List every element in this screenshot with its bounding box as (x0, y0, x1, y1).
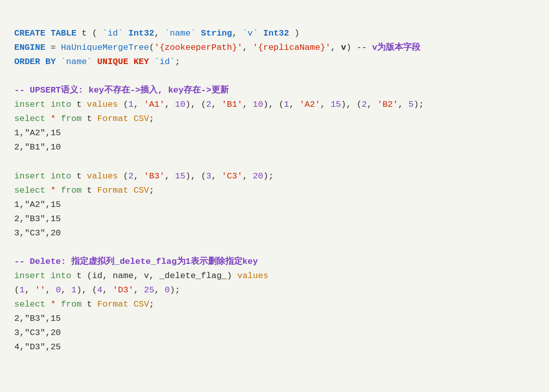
result-6: 2,"B3",15 (14, 314, 61, 323)
line-3: ORDER BY `name` UNIQUE KEY `id`; (14, 57, 180, 67)
code-block: CREATE TABLE t ( `id` Int32, `name` Stri… (14, 12, 535, 354)
line-12: select * from t Format CSV; (14, 299, 154, 309)
line-1: CREATE TABLE t ( `id` Int32, `name` Stri… (14, 28, 299, 38)
line-10: insert into t (id, name, v, _delete_flag… (14, 271, 268, 281)
line-11: (1, '', 0, 1), (4, 'D3', 25, 0); (14, 285, 180, 295)
result-2: 2,"B1",10 (14, 142, 61, 152)
line-4: -- UPSERT语义: key不存在->插入, key存在->更新 (14, 85, 229, 95)
line-2: ENGINE = HaUniqueMergeTree('{zookeeperPa… (14, 43, 420, 52)
result-5: 3,"C3",20 (14, 228, 61, 238)
line-7: insert into t values (2, 'B3', 15), (3, … (14, 171, 273, 181)
result-8: 4,"D3",25 (14, 342, 61, 352)
line-6: select * from t Format CSV; (14, 114, 154, 124)
line-9: -- Delete: 指定虚拟列_delete_flag为1表示删除指定key (14, 257, 258, 266)
result-4: 2,"B3",15 (14, 214, 61, 224)
result-7: 3,"C3",20 (14, 328, 61, 338)
result-1: 1,"A2",15 (14, 128, 61, 138)
line-5: insert into t values (1, 'A1', 10), (2, … (14, 100, 424, 109)
result-3: 1,"A2",15 (14, 200, 61, 209)
line-8: select * from t Format CSV; (14, 186, 154, 195)
